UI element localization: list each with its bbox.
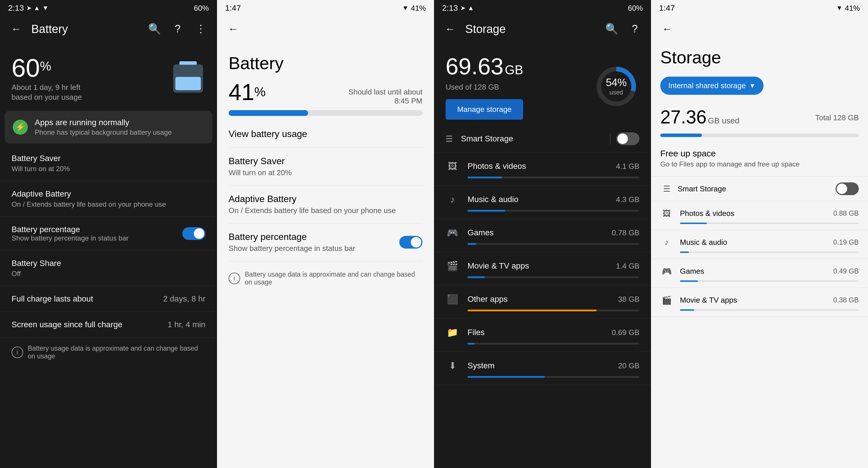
- chip-row-p4: Internal shared storage ▼: [651, 70, 868, 102]
- files-icon-p3: 📁: [445, 326, 460, 339]
- p3-content: 69.63 GB Used of 128 GB Manage storage 5…: [434, 42, 651, 468]
- pct-num-p2: 41: [228, 79, 254, 105]
- storage-progress-p4: [660, 134, 859, 137]
- should-last-p2: Should last until about 8:45 PM: [348, 88, 423, 105]
- help-button-p1[interactable]: ?: [169, 21, 186, 37]
- page-title-p2: Battery: [228, 53, 423, 73]
- wifi-icon-p4: ▼: [836, 4, 842, 12]
- footer-p2: i Battery usage data is approximate and …: [228, 261, 423, 295]
- smart-storage-toggle-p3[interactable]: [616, 132, 640, 145]
- status-right-p1: 60%: [194, 4, 209, 13]
- donut-chart-p3: 54% used: [593, 63, 640, 109]
- battery-text-p1: 60%: [194, 4, 209, 13]
- storage-used-of-p3: Used of 128 GB: [445, 83, 523, 92]
- smart-storage-icon-p4: ☰: [660, 182, 673, 195]
- music-icon-p4: ♪: [660, 236, 673, 248]
- battery-pct-row2-p2[interactable]: Battery percentage Show battery percenta…: [228, 224, 423, 261]
- manage-storage-btn-p3[interactable]: Manage storage: [445, 99, 523, 120]
- storage-progress-fill-p4: [660, 134, 702, 137]
- storage-used-p4: 27.36 GB used Total 128 GB: [651, 102, 868, 130]
- alert-card-p1: ⚡ Apps are running normally Phone has ty…: [5, 111, 212, 143]
- top-bar-p2: ←: [217, 16, 434, 42]
- status-bar-p4: 1:47 ▼ 41%: [651, 0, 868, 16]
- smart-storage-p4[interactable]: ☰ Smart Storage: [651, 177, 868, 201]
- search-button-p3[interactable]: 🔍: [603, 21, 620, 37]
- adaptive-battery-p2[interactable]: Adaptive Battery On / Extends battery li…: [228, 186, 423, 224]
- battery-pct-toggle-switch-p1[interactable]: [182, 227, 206, 240]
- pct-display-p2: 41 %: [228, 79, 266, 105]
- battery-info-p1: 60% About 1 day, 9 hr left based on your…: [11, 53, 82, 102]
- panel-storage-light: 1:47 ▼ 41% ← Storage Internal shared sto…: [651, 0, 868, 468]
- nav-icon-p1: ➤: [26, 4, 32, 12]
- page-title-p1: Battery: [31, 23, 140, 36]
- apps-icon-p3: ⬛: [445, 292, 460, 306]
- svg-rect-0: [179, 61, 197, 65]
- status-left-p4: 1:47: [659, 3, 675, 13]
- free-up-space-p4[interactable]: Free up space Go to Files app to manage …: [651, 140, 868, 177]
- panel-storage-dark: 2:13 ➤ ▲ 60% ← Storage 🔍 ? 69.63 GB Used…: [434, 0, 651, 468]
- storage-gb-p3: 69.63: [445, 54, 503, 79]
- status-right-p3: 60%: [628, 4, 643, 13]
- info-icon-p2: i: [228, 273, 240, 284]
- status-right-p4: ▼ 41%: [836, 4, 860, 13]
- battery-text-p2: 41%: [411, 4, 426, 13]
- internal-storage-chip-p4[interactable]: Internal shared storage ▼: [660, 77, 764, 95]
- games-icon-p4: 🎮: [660, 265, 673, 277]
- battery-share-item-p1[interactable]: Battery Share Off: [0, 250, 217, 286]
- battery-pct-text-p2: Battery percentage Show battery percenta…: [228, 232, 355, 253]
- back-button-p1[interactable]: ←: [8, 21, 24, 37]
- adaptive-battery-item-p1[interactable]: Adaptive Battery On / Extends battery li…: [0, 181, 217, 217]
- back-button-p3[interactable]: ←: [442, 21, 458, 37]
- movie-tv-item-p3[interactable]: 🎬 Movie & TV apps 1.4 GB: [434, 252, 651, 285]
- help-button-p3[interactable]: ?: [627, 21, 643, 37]
- music-audio-item-p3[interactable]: ♪ Music & audio 4.3 GB: [434, 186, 651, 219]
- battery-progress-p2: [228, 110, 423, 116]
- battery-pct-toggle-p2[interactable]: [399, 236, 423, 248]
- battery-subtitle1-p1: About 1 day, 9 hr left: [11, 83, 82, 93]
- page-title-p3: Storage: [465, 23, 597, 36]
- storage-hero-p3: 69.63 GB Used of 128 GB Manage storage 5…: [434, 42, 651, 126]
- music-audio-item-p4[interactable]: ♪ Music & audio 0.19 GB: [651, 230, 868, 259]
- games-item-p4[interactable]: 🎮 Games 0.49 GB: [651, 259, 868, 288]
- files-item-p3[interactable]: 📁 Files 0.69 GB: [434, 319, 651, 352]
- back-button-p4[interactable]: ←: [659, 21, 675, 37]
- menu-button-p1[interactable]: ⋮: [193, 21, 209, 37]
- photos-videos-item-p3[interactable]: 🖼 Photos & videos 4.1 GB: [434, 152, 651, 186]
- movie-tv-item-p4[interactable]: 🎬 Movie & TV apps 0.38 GB: [651, 288, 868, 317]
- status-bar-p2: 1:47 ▼ 41%: [217, 0, 434, 16]
- p4-content: Storage Internal shared storage ▼ 27.36 …: [651, 42, 868, 468]
- smart-storage-p3[interactable]: ☰ Smart Storage: [434, 126, 651, 152]
- photos-icon-p3: 🖼: [445, 159, 460, 173]
- battery-saver-item-p1[interactable]: Battery Saver Will turn on at 20%: [0, 146, 217, 181]
- panel-battery-light: 1:47 ▼ 41% ← Battery 41 % Should last un…: [217, 0, 434, 468]
- time-p3: 2:13: [442, 3, 458, 13]
- battery-progress-fill-p2: [228, 110, 308, 116]
- wifi-icon-p2: ▼: [402, 4, 408, 12]
- status-bar-p3: 2:13 ➤ ▲ 60%: [434, 0, 651, 16]
- info-icon-p1: i: [11, 346, 23, 358]
- view-battery-usage-p2[interactable]: View battery usage: [228, 121, 423, 148]
- storage-numbers-p3: 69.63 GB Used of 128 GB Manage storage: [445, 53, 523, 120]
- time-p2: 1:47: [225, 3, 241, 13]
- top-bar-p4: ←: [651, 16, 868, 42]
- games-icon-p3: 🎮: [445, 226, 460, 240]
- back-button-p2[interactable]: ←: [225, 21, 241, 37]
- photos-videos-item-p4[interactable]: 🖼 Photos & videos 0.88 GB: [651, 201, 868, 230]
- games-item-p3[interactable]: 🎮 Games 0.78 GB: [434, 219, 651, 252]
- battery-hero-p1: 60% About 1 day, 9 hr left based on your…: [0, 42, 217, 111]
- battery-pct-toggle-p1[interactable]: Battery percentage Show battery percenta…: [0, 217, 217, 250]
- battery-text-p4: 41%: [845, 4, 860, 13]
- status-left-p2: 1:47: [225, 3, 241, 13]
- alert-text-p1: Apps are running normally Phone has typi…: [35, 118, 172, 136]
- other-apps-item-p3[interactable]: ⬛ Other apps 38 GB: [434, 285, 651, 319]
- battery-subtitle2-p1: based on your usage: [11, 93, 82, 102]
- signal-icon-p1: ▲: [34, 4, 40, 12]
- search-button-p1[interactable]: 🔍: [146, 21, 163, 37]
- chip-arrow-icon-p4: ▼: [749, 82, 755, 90]
- smart-storage-toggle-p4[interactable]: [836, 182, 859, 195]
- battery-saver-p2[interactable]: Battery Saver Will turn on at 20%: [228, 148, 423, 186]
- battery-text-p3: 60%: [628, 4, 643, 13]
- system-item-p3[interactable]: ⬇ System 20 GB: [434, 352, 651, 385]
- gb-total-p4: Total 128 GB: [815, 113, 859, 122]
- battery-pct-text-p1: Battery percentage Show battery percenta…: [11, 225, 128, 242]
